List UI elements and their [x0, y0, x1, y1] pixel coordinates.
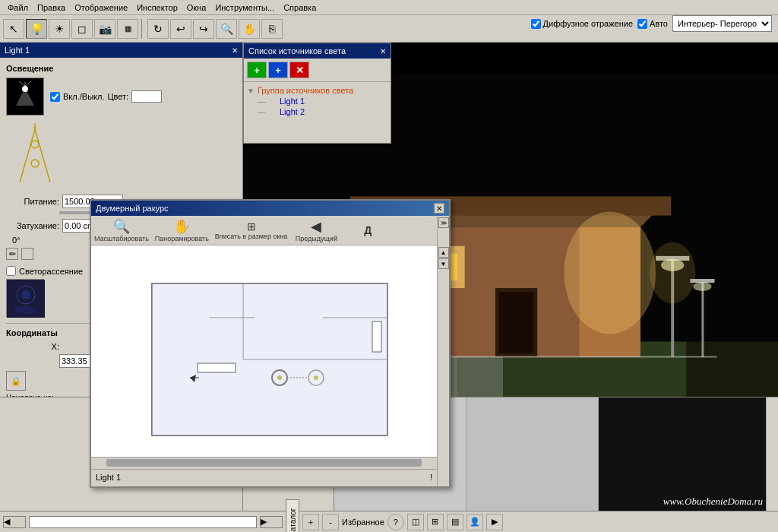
del-light-btn[interactable]: ✕	[289, 62, 309, 78]
prev-label: Предыдущий	[296, 235, 337, 242]
dialog-status-indicator: !	[430, 473, 432, 482]
menu-edit[interactable]: Правка	[33, 2, 70, 14]
light-diagram-icon	[10, 81, 40, 112]
pan-icon: ✋	[173, 218, 190, 235]
group-row: ▼ Группа источников света	[247, 85, 387, 96]
toolbar-search-btn[interactable]: 🔍	[216, 19, 237, 39]
add-light-blue-btn[interactable]: +	[268, 62, 288, 78]
menu-view[interactable]: Отображение	[70, 2, 132, 14]
scatter-label: Светорассеяние	[19, 267, 83, 276]
fit-label: Вписать в размер окна	[215, 233, 287, 240]
light-panel-title: Light 1	[5, 46, 30, 55]
nav-btn-3[interactable]: ▤	[447, 514, 463, 530]
h-scrollbar[interactable]	[91, 457, 437, 469]
dialog-2d-close[interactable]: ✕	[434, 203, 444, 214]
tool-fit[interactable]: ⊞ Вписать в размер окна	[215, 220, 287, 240]
svg-rect-54	[372, 321, 381, 352]
tool-scale[interactable]: 🔍 Масштабировать	[94, 218, 149, 242]
auto-checkbox[interactable]	[637, 19, 647, 29]
light-list-content: ▼ Группа источников света — Light 1 — Li…	[244, 82, 391, 143]
light-panel-close[interactable]: ✕	[232, 46, 238, 55]
dialog-statusbar: Light 1 !	[91, 469, 437, 484]
svg-point-7	[31, 141, 39, 148]
light-controls: Вкл./Выкл. Цвет:	[50, 90, 162, 103]
play-btn[interactable]: ▶	[486, 514, 503, 530]
light-cone-svg	[12, 122, 58, 190]
mode-select[interactable]: Интерьер- Перегоро	[672, 15, 772, 32]
add-light-btn[interactable]: +	[247, 62, 267, 78]
light-group-label[interactable]: Группа источников света	[256, 85, 355, 96]
svg-rect-53	[198, 363, 236, 372]
tool-prev[interactable]: ◀ Предыдущий	[293, 218, 339, 242]
light-panel-titlebar: Light 1 ✕	[0, 43, 242, 58]
tool-pan[interactable]: ✋ Панорамировать	[155, 218, 209, 242]
watermark-text: www.ObuchenieDoma.ru	[663, 496, 763, 508]
pan-label: Панорамировать	[155, 235, 209, 242]
nav-btn-1[interactable]: ◫	[407, 514, 424, 530]
svg-point-13	[21, 290, 30, 299]
scroll-left-btn[interactable]: ◀	[3, 516, 26, 528]
canvas-right-bar: ▲ ▼	[437, 245, 449, 484]
pencil-icon[interactable]: ✏	[6, 248, 18, 260]
enable-row: Вкл./Выкл. Цвет:	[50, 90, 162, 103]
menu-windows[interactable]: Окна	[182, 2, 211, 14]
toolbar-redo-btn[interactable]: ↪	[193, 19, 214, 39]
scatter-preview-svg	[7, 280, 45, 318]
remove-catalog-btn[interactable]: -	[322, 514, 339, 530]
menu-file[interactable]: Файл	[3, 2, 33, 14]
toolbar-light-btn[interactable]: 💡	[26, 19, 47, 39]
lock-icon[interactable]: 🔒	[6, 371, 26, 391]
svg-point-49	[314, 375, 318, 380]
toolbar-box-btn[interactable]: ◻	[71, 19, 93, 39]
color-swatch[interactable]	[131, 90, 162, 103]
svg-point-14	[14, 306, 37, 314]
dialog-2d-title: Двумерный ракурс	[96, 204, 169, 213]
scroll-right-btn[interactable]: ▶	[260, 516, 283, 528]
scroll-btn-down[interactable]: ▼	[438, 258, 449, 269]
toolbar-render-btn[interactable]: ▦	[117, 19, 138, 39]
enable-checkbox[interactable]	[50, 92, 60, 102]
light-list-title: Список источников света	[248, 46, 346, 55]
toolbar-camera-btn[interactable]: 📷	[94, 19, 115, 39]
auto-label: Авто	[650, 19, 668, 28]
preview-panel-2	[466, 397, 599, 511]
diffuse-checkbox-row: Диффузное отражение	[531, 19, 633, 29]
person-btn[interactable]: 👤	[466, 514, 483, 530]
svg-point-1	[22, 86, 28, 92]
h-scrollbar-main[interactable]	[29, 516, 257, 528]
dialog-2d-titlebar: Двумерный ракурс ✕	[91, 201, 449, 216]
scatter-preview	[6, 279, 44, 317]
scatter-checkbox[interactable]	[6, 266, 16, 276]
nav-btn-2[interactable]: ⊞	[427, 514, 444, 530]
menu-inspector[interactable]: Инспектор	[132, 2, 182, 14]
color-label: Цвет:	[107, 92, 128, 101]
light2-item[interactable]: Light 2	[267, 106, 306, 117]
light1-item[interactable]: Light 1	[267, 96, 306, 106]
checkbox-small[interactable]	[21, 248, 33, 260]
toolbar-copy-btn[interactable]: ⎘	[261, 19, 283, 39]
catalog-tab[interactable]: Каталог	[286, 499, 299, 533]
menu-help[interactable]: Справка	[279, 2, 321, 14]
light-icon-box	[6, 78, 44, 116]
svg-point-47	[277, 375, 282, 380]
toolbar-undo-btn[interactable]: ↩	[170, 19, 191, 39]
scale-label: Масштабировать	[94, 235, 149, 242]
light-list-close[interactable]: ✕	[380, 47, 386, 55]
menu-tools[interactable]: Инструменты...	[210, 2, 279, 14]
svg-point-33	[693, 282, 711, 291]
diffuse-label: Диффузное отражение	[543, 19, 633, 28]
mini-btn-1[interactable]: ≫	[438, 217, 449, 228]
tool-d[interactable]: Д	[345, 224, 391, 236]
scroll-btn-up[interactable]: ▲	[438, 247, 449, 258]
help-btn[interactable]: ?	[387, 514, 404, 530]
light1-row: — Light 1	[247, 96, 387, 106]
toolbar-rotate-btn[interactable]: ↻	[147, 19, 169, 39]
toolbar-sun-btn[interactable]: ☀	[49, 19, 70, 39]
toolbar-arrow-btn[interactable]: ↖	[3, 19, 24, 39]
toolbar: ↖ 💡 ☀ ◻ 📷 ▦ ↻ ↩ ↪ 🔍 ✋ ⎘ Диффузное отраже…	[0, 15, 778, 43]
toolbar-hand-btn[interactable]: ✋	[239, 19, 260, 39]
add-catalog-btn[interactable]: +	[302, 514, 319, 530]
diffuse-checkbox[interactable]	[531, 19, 541, 29]
h-scrollbar-thumb[interactable]	[106, 459, 422, 467]
separator-1	[141, 19, 144, 39]
